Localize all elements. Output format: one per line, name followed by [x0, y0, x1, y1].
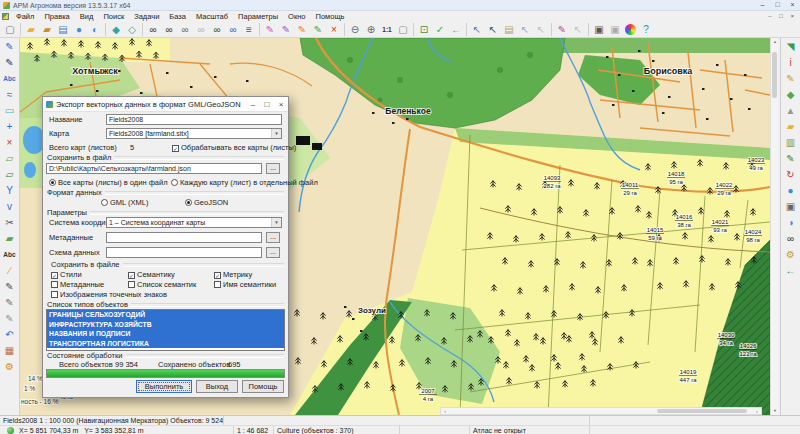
geojson-radio[interactable]: GeoJSON	[185, 198, 228, 207]
spotlight-a-icon[interactable]: ✎	[2, 295, 18, 310]
folder-maps-icon[interactable]: ▰	[783, 119, 799, 134]
search-refresh-icon[interactable]: ∞	[225, 22, 241, 37]
search-object-icon[interactable]: ∞	[209, 22, 225, 37]
dialog-title-bar[interactable]: Экспорт векторных данных в формат GML/Ge…	[43, 97, 288, 112]
exit-button[interactable]: Выход	[196, 380, 238, 393]
metadata-browse-button[interactable]: ...	[266, 232, 280, 243]
checkbox-3[interactable]: ✓Метрику	[214, 270, 252, 279]
step-back-icon[interactable]: ←	[448, 22, 464, 37]
edit-nodes-icon[interactable]: Y	[2, 183, 18, 198]
layers-icon[interactable]: ◆	[108, 22, 124, 37]
menu-item-7[interactable]: Масштаб	[191, 12, 233, 21]
vertical-scrollbar[interactable]: ▲ ▼	[770, 38, 778, 415]
pointer-icon[interactable]: ↖	[469, 22, 485, 37]
edit-layer-icon[interactable]: ✎	[783, 71, 799, 86]
checkbox-6[interactable]: Имя семантики	[214, 280, 276, 289]
text-label-icon[interactable]: Abc	[2, 71, 18, 86]
mdi-window-controls[interactable]: – □ ×	[768, 13, 797, 19]
fit-extent-icon[interactable]: ▢	[395, 22, 411, 37]
list-item[interactable]: ИНФРАСТРУКТУРА ХОЗЯЙСТВ	[47, 320, 284, 330]
checkbox-5[interactable]: Список семантик	[128, 280, 196, 289]
edit-create-icon[interactable]: ✎	[310, 22, 326, 37]
pointer-disabled-2-icon[interactable]: ↖	[570, 22, 586, 37]
menu-item-8[interactable]: Параметры	[233, 12, 283, 21]
horizontal-scrollbar[interactable]: ‹ ›	[440, 407, 762, 415]
exit-door-icon[interactable]: ←	[783, 263, 799, 278]
vertical-scroll-thumb[interactable]	[772, 52, 777, 98]
edit-polygon-icon[interactable]: ▱	[2, 167, 18, 182]
edit-point-icon[interactable]: ✎	[262, 22, 278, 37]
print-disabled-icon[interactable]: ▣	[607, 22, 623, 37]
crs-select[interactable]: 1 – Система координат карты ▼	[106, 217, 282, 228]
schema-input[interactable]	[106, 247, 262, 258]
object-list-icon[interactable]: ≡	[241, 22, 257, 37]
file-path-input[interactable]: D:\Public\Карты\Сельхозкарты\farmland.js…	[46, 163, 262, 174]
scroll-left-icon[interactable]: ‹	[441, 408, 449, 414]
pointer-map-icon[interactable]: ↖	[517, 22, 533, 37]
rotate-map-icon[interactable]: ↻	[783, 167, 799, 182]
horizontal-scroll-thumb[interactable]	[657, 409, 747, 413]
gear-map-icon[interactable]: ⚙	[783, 247, 799, 262]
text-label-2-icon[interactable]: Abc	[2, 247, 18, 262]
palette-image-icon[interactable]: ▦	[2, 343, 18, 358]
select-rect-icon[interactable]: ▭	[2, 103, 18, 118]
gml-radio[interactable]: GML (XML)	[101, 198, 148, 207]
light-beam-icon[interactable]: ▲	[783, 103, 799, 118]
import-globe-icon[interactable]: ●	[71, 22, 87, 37]
edit-pencil-icon[interactable]: ✎	[2, 39, 18, 54]
zoom-out-icon[interactable]: ⊖	[347, 22, 363, 37]
move-object-icon[interactable]: +	[2, 119, 18, 134]
edit-line-icon[interactable]: ✎	[278, 22, 294, 37]
scroll-down-icon[interactable]: ▼	[771, 407, 779, 415]
gps-receiver-icon[interactable]: i	[783, 55, 799, 70]
pan-map-icon[interactable]: ◑	[783, 215, 799, 230]
run-button[interactable]: Выполнить	[136, 380, 192, 393]
map-edit-icon[interactable]: ✎	[783, 151, 799, 166]
menu-item-10[interactable]: Помощь	[311, 12, 350, 21]
schema-browse-button[interactable]: ...	[266, 247, 280, 258]
list-item[interactable]: НАЗВАНИЯ И ПОДПИСИ	[47, 329, 284, 339]
menu-item-3[interactable]: Вид	[75, 12, 99, 21]
zoom-in-icon[interactable]: ⊕	[363, 22, 379, 37]
color-wheel-icon[interactable]	[625, 24, 636, 35]
menu-item-2[interactable]: Правка	[39, 12, 74, 21]
map-sheets-icon[interactable]: ▥	[783, 135, 799, 150]
edit-pencil-2-icon[interactable]: ✎	[2, 55, 18, 70]
chevron-down-icon[interactable]: ▼	[271, 218, 281, 227]
measure-ruler-icon[interactable]: ∕	[2, 263, 18, 278]
pointer-alt-icon[interactable]: ↖	[485, 22, 501, 37]
menu-item-5[interactable]: Задачи	[129, 12, 164, 21]
print-icon[interactable]: ▣	[591, 22, 607, 37]
help-pointer-icon[interactable]: ?	[638, 22, 654, 37]
list-item[interactable]: ГРАНИЦЫ СЕЛЬХОЗУГОДИЙ	[47, 310, 284, 320]
accept-icon[interactable]: ✓	[432, 22, 448, 37]
select-area-icon[interactable]: ⊡	[416, 22, 432, 37]
scroll-up-icon[interactable]: ▲	[771, 38, 779, 46]
settings-gear-icon[interactable]: ⚙	[2, 359, 18, 374]
chevron-down-icon[interactable]: ▼	[271, 129, 281, 138]
edit-delete-icon[interactable]: ×	[326, 22, 342, 37]
menu-item-1[interactable]: Файл	[11, 12, 39, 21]
dialog-maximize-button[interactable]: □	[260, 98, 274, 111]
layers-colored-icon[interactable]: ◆	[783, 87, 799, 102]
print-map-icon[interactable]: ▣	[783, 199, 799, 214]
clipboard-props-icon[interactable]: ▤	[501, 22, 517, 37]
metadata-input[interactable]	[106, 232, 262, 243]
gps-satellite-icon[interactable]: ◥	[783, 39, 799, 54]
measure-icon[interactable]: ✎	[554, 22, 570, 37]
object-types-list[interactable]: ГРАНИЦЫ СЕЛЬХОЗУГОДИЙИНФРАСТРУКТУРА ХОЗЯ…	[46, 309, 285, 351]
checkbox-1[interactable]: ✓Стили	[51, 270, 82, 279]
browse-button[interactable]: ...	[266, 163, 280, 174]
hatch-object-icon[interactable]: ▰	[2, 231, 18, 246]
map-select[interactable]: Fields2008 [farmland.sitx] ▼	[106, 128, 282, 139]
draw-polyline-icon[interactable]: ≈	[2, 87, 18, 102]
checkbox-7[interactable]: Изображения точечных знаков	[51, 290, 167, 299]
database-icon[interactable]: ▤	[55, 22, 71, 37]
name-input[interactable]: Fields2008	[106, 114, 282, 125]
search-map-icon[interactable]: ∞	[783, 231, 799, 246]
spotlight-o-icon[interactable]: ✎	[2, 311, 18, 326]
minimize-button[interactable]: –	[755, 0, 770, 10]
process-all-checkbox[interactable]: ✓Обрабатывать все карты (листы)	[172, 143, 296, 152]
scale-1-1-icon[interactable]: 1:1	[379, 22, 395, 37]
dialog-minimize-button[interactable]: –	[246, 98, 260, 111]
